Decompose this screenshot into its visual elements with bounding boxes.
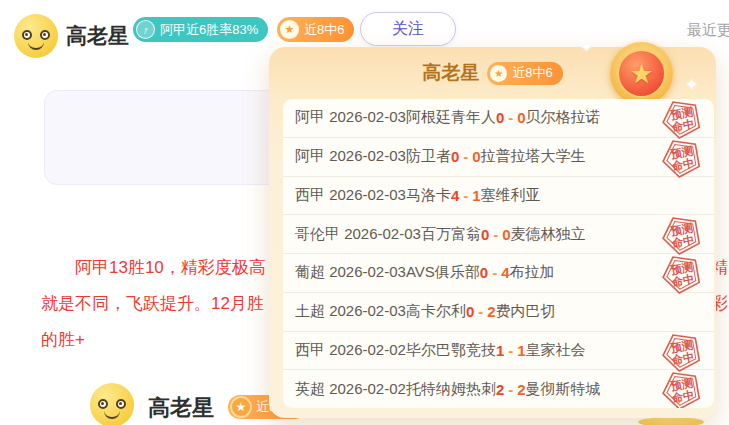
match-row[interactable]: 葡超 2026-02-03 AVS俱乐部0-4布拉加 预测 命中 — [283, 254, 714, 293]
score-dash: - — [478, 303, 483, 320]
home-team: 百万富翁 — [421, 225, 481, 244]
match-row[interactable]: 阿甲 2026-02-03 阿根廷青年人0-0贝尔格拉诺 预测 命中 — [283, 99, 714, 138]
home-team: 防卫者 — [406, 147, 451, 166]
score-dash: - — [463, 148, 468, 165]
star-icon: ★ — [490, 65, 507, 82]
avatar-eye-icon — [116, 399, 126, 409]
away-team: 塞维利亚 — [481, 186, 541, 205]
away-score: 1 — [517, 342, 525, 359]
streak-badge: ★ 近8中6 — [277, 17, 354, 42]
streak-badge-label: 近8中6 — [304, 21, 344, 39]
away-score: 0 — [472, 148, 480, 165]
match-league-date: 阿甲 2026-02-03 — [295, 108, 406, 127]
streak-badge-label: 近8中6 — [512, 64, 552, 82]
prediction-hit-stamp-icon: 预测 命中 — [655, 366, 709, 408]
home-score: 2 — [496, 381, 504, 398]
away-team: 费内巴切 — [496, 302, 556, 321]
match-row[interactable]: 英超 2026-02-02 托特纳姆热刺2-2曼彻斯特城 预测 命中 — [283, 370, 714, 408]
match-list: 阿甲 2026-02-03 阿根廷青年人0-0贝尔格拉诺 预测 命中 阿甲 20… — [283, 99, 714, 408]
away-team: 贝尔格拉诺 — [526, 108, 601, 127]
away-score: 2 — [487, 303, 495, 320]
away-team: 皇家社会 — [526, 341, 586, 360]
match-row[interactable]: 西甲 2026-02-03 马洛卡4-1塞维利亚 预测 命中 — [283, 177, 714, 216]
medal-inner-circle: ★ — [617, 49, 666, 98]
home-score: 0 — [480, 264, 488, 281]
prediction-hit-stamp-icon: 预测 命中 — [655, 250, 709, 298]
post-text-line: 就是不同，飞跃提升。12月胜 — [41, 292, 264, 315]
avatar-smile-icon — [104, 409, 120, 419]
prediction-popup: 高老星 ★ 近8中6 ✦ ★ ✦ 阿甲 2026-02-03 阿根廷青年人0-0… — [269, 47, 716, 418]
home-score: 0 — [496, 109, 504, 126]
popup-title: 高老星 — [422, 60, 479, 86]
win-rate-badge: ↑ 阿甲近6胜率83% — [133, 17, 268, 42]
screen: 高老星 ↑ 阿甲近6胜率83% ★ 近8中6 关注 最近更 阿甲13胜10，精彩… — [0, 0, 729, 425]
away-team: 拉普拉塔大学生 — [481, 147, 586, 166]
match-league-date: 哥伦甲 2026-02-03 — [295, 225, 421, 244]
score-dash: - — [508, 342, 513, 359]
streak-badge: ★ 近8中6 — [487, 62, 562, 85]
home-team: 毕尔巴鄂竞技 — [406, 341, 496, 360]
score-dash: - — [492, 264, 497, 281]
home-score: 0 — [466, 303, 474, 320]
away-score: 0 — [502, 226, 510, 243]
star-icon: ★ — [629, 58, 653, 90]
trend-up-icon: ↑ — [136, 20, 155, 39]
avatar[interactable] — [90, 383, 134, 425]
home-score: 4 — [451, 187, 459, 204]
follow-button[interactable]: 关注 — [360, 12, 456, 46]
away-score: 2 — [517, 381, 525, 398]
star-icon: ★ — [280, 20, 299, 39]
home-score: 0 — [451, 148, 459, 165]
avatar-smile-icon — [28, 40, 44, 50]
home-team: 高卡尔利 — [406, 302, 466, 321]
post-text-line: 的胜+ — [41, 328, 85, 351]
score-dash: - — [508, 109, 513, 126]
match-row[interactable]: 阿甲 2026-02-03 防卫者0-0拉普拉塔大学生 预测 命中 — [283, 138, 714, 177]
away-team: 麦德林独立 — [511, 225, 586, 244]
match-league-date: 西甲 2026-02-03 — [295, 186, 406, 205]
avatar-eye-icon — [98, 399, 108, 409]
post-text-line: 阿甲13胜10，精彩度极高 — [75, 256, 266, 279]
match-league-date: 葡超 2026-02-03 — [295, 263, 406, 282]
recent-update-label: 最近更 — [687, 21, 729, 40]
match-row[interactable]: 西甲 2026-02-02 毕尔巴鄂竞技1-1皇家社会 预测 命中 — [283, 332, 714, 371]
avatar[interactable] — [14, 14, 58, 58]
home-team: AVS俱乐部 — [406, 263, 480, 282]
gold-star-medal-icon: ★ — [610, 42, 673, 105]
away-score: 1 — [472, 187, 480, 204]
avatar-eye-icon — [40, 30, 50, 40]
match-row[interactable]: 哥伦甲 2026-02-03 百万富翁0-0麦德林独立 预测 命中 — [283, 215, 714, 254]
prediction-hit-stamp-icon: 预测 命中 — [655, 134, 709, 182]
home-team: 马洛卡 — [406, 186, 451, 205]
score-dash: - — [463, 187, 468, 204]
match-league-date: 西甲 2026-02-02 — [295, 341, 406, 360]
username[interactable]: 高老星 — [66, 22, 129, 50]
home-team: 阿根廷青年人 — [406, 108, 496, 127]
sparkle-icon: ✦ — [581, 40, 592, 55]
away-score: 0 — [517, 109, 525, 126]
away-team: 布拉加 — [510, 263, 555, 282]
score-dash: - — [508, 381, 513, 398]
avatar-eye-icon — [22, 30, 32, 40]
home-team: 托特纳姆热刺 — [406, 380, 496, 399]
sparkle-icon: ✦ — [685, 75, 698, 94]
match-league-date: 土超 2026-02-03 — [295, 302, 406, 321]
match-row[interactable]: 土超 2026-02-03 高卡尔利0-2费内巴切 预测 命中 — [283, 293, 714, 332]
match-league-date: 英超 2026-02-02 — [295, 380, 406, 399]
away-team: 曼彻斯特城 — [526, 380, 601, 399]
decorative-blob — [638, 417, 704, 425]
match-league-date: 阿甲 2026-02-03 — [295, 147, 406, 166]
star-icon: ★ — [230, 396, 252, 418]
username[interactable]: 高老星 — [148, 393, 214, 423]
score-dash: - — [493, 226, 498, 243]
win-rate-badge-label: 阿甲近6胜率83% — [160, 21, 258, 39]
away-score: 4 — [501, 264, 509, 281]
home-score: 0 — [481, 226, 489, 243]
home-score: 1 — [496, 342, 504, 359]
